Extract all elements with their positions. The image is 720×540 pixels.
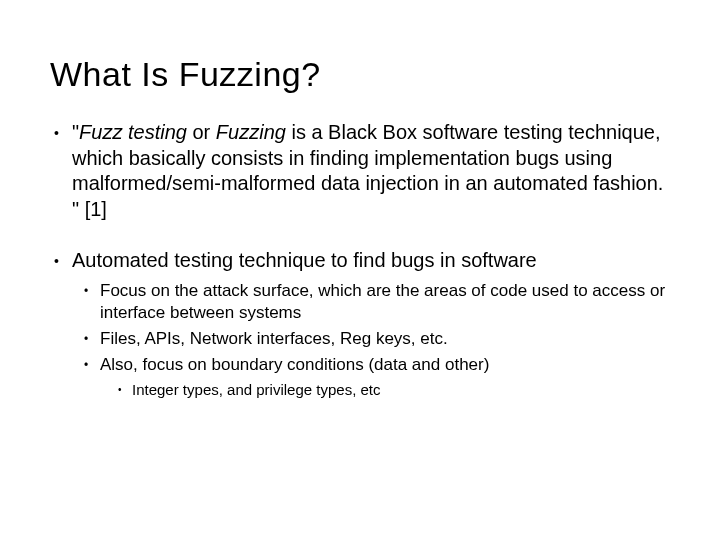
slide-title: What Is Fuzzing?	[50, 55, 670, 94]
sub-bullet-2-text: Files, APIs, Network interfaces, Reg key…	[100, 329, 448, 348]
italic-fuzz-testing: Fuzz testing	[79, 121, 187, 143]
sub-sub-bullet-1-text: Integer types, and privilege types, etc	[132, 381, 380, 398]
sub-sub-bullet-1: Integer types, and privilege types, etc	[110, 380, 670, 400]
text-or: or	[187, 121, 216, 143]
bullet-item-2: Automated testing technique to find bugs…	[50, 248, 670, 399]
sub-bullet-2: Files, APIs, Network interfaces, Reg key…	[78, 328, 670, 350]
bullet-2-text: Automated testing technique to find bugs…	[72, 249, 537, 271]
slide: What Is Fuzzing? "Fuzz testing or Fuzzin…	[0, 0, 720, 540]
sub-bullet-3-text: Also, focus on boundary conditions (data…	[100, 355, 489, 374]
sub-bullet-1: Focus on the attack surface, which are t…	[78, 280, 670, 324]
sub-bullet-3: Also, focus on boundary conditions (data…	[78, 354, 670, 400]
sub-sub-bullet-list: Integer types, and privilege types, etc	[100, 380, 670, 400]
sub-bullet-1-text: Focus on the attack surface, which are t…	[100, 281, 665, 322]
bullet-list: "Fuzz testing or Fuzzing is a Black Box …	[50, 120, 670, 400]
italic-fuzzing: Fuzzing	[216, 121, 286, 143]
sub-bullet-list: Focus on the attack surface, which are t…	[72, 280, 670, 400]
bullet-item-1: "Fuzz testing or Fuzzing is a Black Box …	[50, 120, 670, 222]
